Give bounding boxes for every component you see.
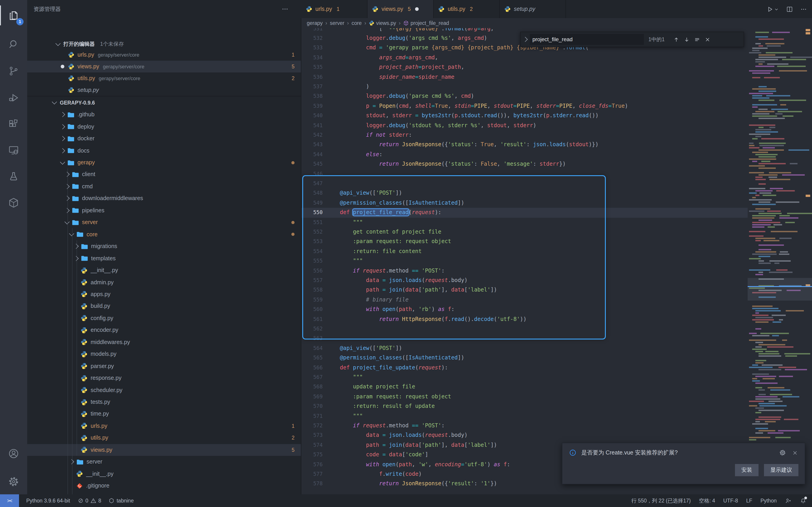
code-line-563[interactable]: 563 [301, 334, 748, 344]
tree-item-migrations[interactable]: migrations [27, 240, 301, 252]
code-line-540[interactable]: 540 stdout, stderr = bytes2str(p.stdout.… [301, 111, 748, 121]
tree-item-server[interactable]: server [27, 216, 301, 228]
tree-item-scheduler.py[interactable]: scheduler.py [27, 384, 301, 396]
breadcrumb-item-views.py[interactable]: views.py [369, 20, 396, 26]
code-line-570[interactable]: 570 :return: result of update [301, 401, 748, 411]
split-editor-button[interactable] [786, 5, 794, 13]
code-line-552[interactable]: 552 get content of project file [301, 227, 748, 237]
code-line-551[interactable]: 551 """ [301, 218, 748, 227]
eol-status[interactable]: LF [746, 498, 752, 503]
problems-status[interactable]: 0 8 [77, 498, 101, 504]
code-line-568[interactable]: 568 update project file [301, 382, 748, 392]
activity-explorer-icon[interactable]: 1 [0, 4, 27, 27]
code-line-567[interactable]: 567 """ [301, 373, 748, 382]
find-next-button[interactable] [683, 36, 690, 43]
code-line-537[interactable]: 537 ) [301, 82, 748, 92]
notification-close-icon[interactable] [792, 449, 798, 456]
code-line-566[interactable]: 566def project_file_update(request): [301, 363, 748, 373]
tree-item-cmd[interactable]: cmd [27, 180, 301, 192]
open-editor-utils.py[interactable]: utils.pygerapy/server/core2 [27, 72, 301, 84]
code-line-561[interactable]: 561 return HttpResponse(f.read().decode(… [301, 315, 748, 324]
code-line-559[interactable]: 559 # binary file [301, 295, 748, 305]
tab-utils.py[interactable]: utils.py2 [434, 0, 500, 18]
tree-item-models.py[interactable]: models.py [27, 348, 301, 360]
activity-package-icon[interactable] [0, 191, 27, 215]
open-editor-views.py[interactable]: views.pygerapy/server/core5 [27, 61, 301, 72]
tab-setup.py[interactable]: setup.py [500, 0, 566, 18]
code-line-553[interactable]: 553 :param request: request object [301, 237, 748, 247]
indentation-status[interactable]: 空格: 4 [699, 497, 715, 504]
tree-item-build.py[interactable]: build.py [27, 300, 301, 312]
code-line-558[interactable]: 558 path = join(data['path'], data['labe… [301, 285, 748, 295]
tree-item-apps.py[interactable]: apps.py [27, 288, 301, 300]
tree-item-views.py[interactable]: views.py5 [27, 444, 301, 456]
toggle-replace-icon[interactable] [523, 37, 528, 42]
find-input[interactable]: project_file_read [530, 34, 644, 45]
activity-account-icon[interactable] [0, 442, 27, 465]
code-line-546[interactable]: 546 [301, 169, 748, 179]
open-editor-setup.py[interactable]: setup.py [27, 84, 301, 96]
workspace-root-header[interactable]: GERAPY-0.9.6 [27, 97, 301, 109]
tree-item-pipelines[interactable]: pipelines [27, 205, 301, 216]
encoding-status[interactable]: UTF-8 [723, 498, 738, 503]
cursor-position[interactable]: 行 550，列 22 (已选择17) [631, 497, 691, 504]
tree-item-templates[interactable]: templates [27, 252, 301, 264]
feedback-icon[interactable] [785, 497, 792, 504]
find-close-button[interactable] [704, 36, 711, 43]
activity-run-debug-icon[interactable] [0, 86, 27, 110]
tree-item-encoder.py[interactable]: encoder.py [27, 324, 301, 336]
tree-item-deploy[interactable]: deploy [27, 121, 301, 133]
run-python-button[interactable] [766, 5, 779, 13]
activity-remote-explorer-icon[interactable] [0, 138, 27, 162]
code-line-538[interactable]: 538 logger.debug('parse cmd %s', cmd) [301, 92, 748, 101]
code-line-555[interactable]: 555 """ [301, 256, 748, 266]
tree-item-utils.py[interactable]: utils.py2 [27, 432, 301, 444]
tree-item-core[interactable]: core [27, 228, 301, 240]
python-interpreter[interactable]: Python 3.9.6 64-bit [26, 498, 70, 503]
code-line-550[interactable]: 550def project_file_read(request): [301, 208, 748, 218]
tree-item-.github[interactable]: .github [27, 109, 301, 121]
activity-settings-icon[interactable] [0, 470, 27, 494]
code-line-541[interactable]: 541 logger.debug('stdout %s, stderr %s',… [301, 121, 748, 130]
tab-urls.py[interactable]: urls.py1 [301, 0, 367, 18]
activity-source-control-icon[interactable] [0, 59, 27, 83]
code-line-539[interactable]: 539 p = Popen(cmd, shell=True, stdin=PIP… [301, 101, 748, 111]
code-line-535[interactable]: 535 project_path=project_path, [301, 62, 748, 72]
tree-item-docker[interactable]: docker [27, 133, 301, 145]
code-line-545[interactable]: 545 return JsonResponse({'status': False… [301, 159, 748, 169]
breadcrumb-item-project_file_read[interactable]: project_file_read [403, 20, 449, 26]
tree-item-parser.py[interactable]: parser.py [27, 360, 301, 372]
tree-item-admin.py[interactable]: admin.py [27, 276, 301, 288]
notification-settings-icon[interactable] [779, 449, 786, 456]
code-line-548[interactable]: 548@api_view(['POST']) [301, 188, 748, 198]
breadcrumb-item-gerapy[interactable]: gerapy [307, 20, 323, 26]
code-line-534[interactable]: 534 args_cmd=args_cmd, [301, 53, 748, 63]
remote-indicator[interactable]: >< [0, 494, 19, 507]
open-editors-header[interactable]: 打开的编辑器 1个未保存 [27, 38, 301, 50]
breadcrumb-item-server[interactable]: server [330, 20, 344, 26]
code-line-544[interactable]: 544 else: [301, 150, 748, 160]
code-line-560[interactable]: 560 with open(path, 'rb') as f: [301, 305, 748, 315]
language-mode[interactable]: Python [760, 498, 777, 503]
code-line-573[interactable]: 573 data = json.loads(request.body) [301, 431, 748, 441]
code-line-556[interactable]: 556 if request.method == 'POST': [301, 266, 748, 276]
code-line-554[interactable]: 554 :return: file content [301, 247, 748, 257]
activity-extensions-icon[interactable] [0, 112, 27, 136]
tree-item-response.py[interactable]: response.py [27, 372, 301, 384]
code-line-572[interactable]: 572 if request.method == 'POST': [301, 421, 748, 431]
tree-item-tests.py[interactable]: tests.py [27, 396, 301, 408]
code-line-536[interactable]: 536 spider_name=spider_name [301, 72, 748, 82]
install-button[interactable]: 安装 [735, 464, 759, 476]
tree-item-__init__.py[interactable]: __init__.py [27, 468, 301, 480]
minimap-slider[interactable] [748, 278, 812, 300]
tabnine-status[interactable]: tabnine [108, 498, 134, 504]
find-previous-button[interactable] [673, 36, 680, 43]
tree-item-downloadermiddlewares[interactable]: downloadermiddlewares [27, 192, 301, 205]
tab-views.py[interactable]: views.py5 [367, 0, 434, 18]
tree-item-client[interactable]: client [27, 169, 301, 181]
activity-search-icon[interactable] [0, 33, 27, 56]
tree-item-config.py[interactable]: config.py [27, 312, 301, 324]
tree-item-.gitignore[interactable]: .gitignore [27, 480, 301, 492]
code-line-564[interactable]: 564@api_view(['POST']) [301, 344, 748, 353]
code-line-571[interactable]: 571 """ [301, 411, 748, 421]
